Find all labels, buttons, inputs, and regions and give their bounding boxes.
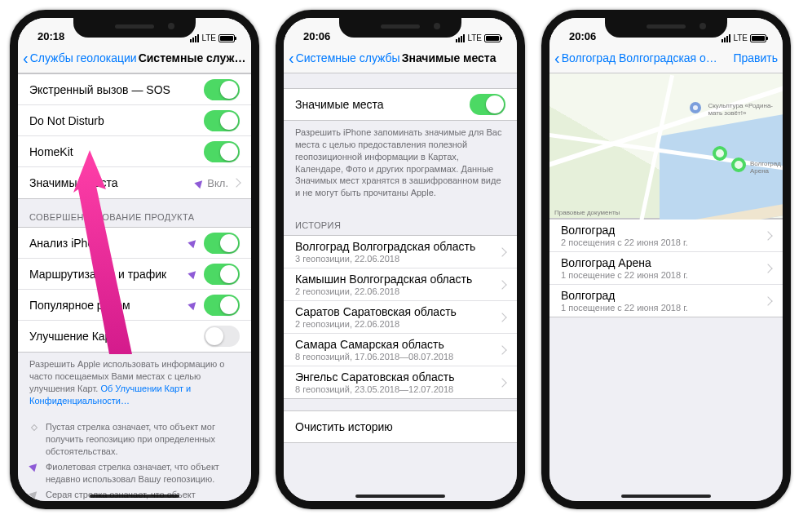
row-routing-traffic[interactable]: Маршрутизация и трафик	[18, 259, 251, 290]
chevron-right-icon	[232, 178, 241, 187]
chevron-right-icon	[497, 345, 506, 354]
place-row[interactable]: Волгоград 2 посещения с 22 июня 2018 г.	[549, 220, 783, 252]
toggle[interactable]	[204, 326, 240, 347]
row-value: Вкл.	[196, 177, 228, 189]
map[interactable]: Скульптура «Родина-мать зовёт!» Волгогра…	[549, 73, 783, 219]
location-arrow-icon	[188, 299, 198, 310]
home-indicator[interactable]	[621, 495, 711, 498]
back-label: Волгоград Волгоградская о…	[562, 51, 717, 64]
home-indicator[interactable]	[90, 495, 179, 498]
history-row[interactable]: Самара Самарская область 8 геопозиций, 1…	[284, 334, 517, 366]
map-poi-label: Скульптура «Родина-мать зовёт!»	[708, 102, 783, 117]
clear-history-button[interactable]: Очистить историю	[284, 411, 517, 442]
toggle[interactable]	[204, 110, 240, 131]
chevron-left-icon: ‹	[554, 50, 560, 66]
map-pin[interactable]	[690, 102, 701, 113]
toggle[interactable]	[470, 94, 505, 115]
place-row[interactable]: Волгоград 1 посещение с 22 июня 2018 г.	[549, 285, 783, 317]
signal-icon	[190, 34, 199, 42]
history-row[interactable]: Волгоград Волгоградская область 3 геопоз…	[284, 236, 517, 268]
toggle[interactable]	[204, 233, 240, 254]
history-row[interactable]: Камышин Волгоградская область 2 геопозиц…	[284, 268, 517, 301]
back-button[interactable]: ‹ Службы геолокации	[23, 50, 137, 66]
toggle[interactable]	[204, 264, 240, 285]
footer-text: Разрешить Apple использовать информацию …	[18, 353, 251, 415]
place-name: Камышин Волгоградская область	[295, 273, 472, 286]
place-sub: 1 посещение с 22 июня 2018 г.	[561, 270, 688, 280]
footer-text: Разрешить iPhone запоминать значимые для…	[284, 121, 517, 207]
home-indicator[interactable]	[355, 495, 445, 498]
row-significant-locations-toggle[interactable]: Значимые места	[284, 89, 517, 120]
location-arrow-icon	[29, 461, 39, 472]
battery-icon	[484, 34, 501, 42]
network-label: LTE	[467, 33, 482, 42]
history-header: ИСТОРИЯ	[284, 207, 517, 235]
place-sub: 2 посещения с 22 июня 2018 г.	[561, 237, 688, 247]
row-label: Улучшение Карт	[29, 330, 204, 343]
place-name: Самара Самарская область	[295, 338, 444, 351]
row-homekit[interactable]: HomeKit	[18, 136, 251, 167]
arrow-legend: Пустая стрелка означает, что объект мог …	[18, 415, 251, 501]
row-label: Популярное рядом	[29, 299, 189, 312]
map-pin[interactable]	[731, 157, 746, 172]
location-arrow-icon	[188, 237, 198, 248]
map-attribution[interactable]: Правовые документы	[554, 209, 620, 216]
back-button[interactable]: ‹ Системные службы	[289, 50, 400, 66]
chevron-right-icon	[497, 378, 506, 387]
place-name: Волгоград	[561, 289, 615, 302]
signal-icon	[456, 34, 465, 42]
chevron-left-icon: ‹	[23, 50, 29, 66]
history-row[interactable]: Энгельс Саратовская область 8 геопозиций…	[284, 366, 517, 398]
back-label: Службы геолокации	[30, 51, 137, 64]
place-sub: 8 геопозиций, 17.06.2018—08.07.2018	[295, 352, 453, 362]
map-poi-label: Волгоград Арена	[750, 160, 783, 175]
row-iphone-analytics[interactable]: Анализ iPhone	[18, 228, 251, 259]
row-label: Значимые места	[295, 98, 470, 111]
row-dnd[interactable]: Do Not Disturb	[18, 105, 251, 136]
battery-icon	[750, 34, 766, 42]
row-label: HomeKit	[29, 145, 204, 158]
phone-1: 20:18 LTE ‹ Службы геолокации Системные …	[10, 10, 259, 509]
place-sub: 2 геопозиции, 22.06.2018	[295, 286, 399, 296]
edit-button[interactable]: Править	[730, 51, 778, 64]
chevron-right-icon	[497, 247, 506, 256]
row-label: Маршрутизация и трафик	[29, 268, 189, 281]
history-row[interactable]: Саратов Саратовская область 2 геопозиции…	[284, 301, 517, 334]
toggle[interactable]	[204, 295, 240, 316]
row-improve-maps[interactable]: Улучшение Карт	[18, 321, 251, 352]
nav-bar: ‹ Службы геолокации Системные службы	[18, 42, 251, 73]
place-name: Саратов Саратовская область	[295, 305, 457, 318]
chevron-right-icon	[497, 280, 506, 289]
place-sub: 2 геопозиции, 22.06.2018	[295, 319, 399, 329]
network-label: LTE	[201, 33, 216, 42]
back-button[interactable]: ‹ Волгоград Волгоградская о…	[554, 50, 717, 66]
chevron-right-icon	[763, 231, 772, 240]
signal-icon	[722, 34, 730, 42]
toggle[interactable]	[204, 79, 240, 100]
page-title: Значимые места	[400, 51, 512, 64]
page-title: Системные службы	[137, 51, 246, 64]
notch	[605, 18, 727, 38]
status-right: LTE	[456, 33, 501, 42]
place-sub: 8 геопозиций, 23.05.2018—12.07.2018	[295, 384, 453, 394]
row-popular-nearby[interactable]: Популярное рядом	[18, 290, 251, 321]
row-label: Анализ iPhone	[29, 237, 189, 250]
row-label: Do Not Disturb	[29, 114, 204, 127]
row-sos[interactable]: Экстренный вызов — SOS	[18, 74, 251, 105]
chevron-right-icon	[497, 313, 506, 322]
status-right: LTE	[190, 33, 235, 42]
place-sub: 3 геопозиции, 22.06.2018	[295, 254, 399, 264]
place-name: Волгоград Волгоградская область	[295, 240, 475, 253]
row-significant-locations[interactable]: Значимые места Вкл.	[18, 167, 251, 198]
place-row[interactable]: Волгоград Арена 1 посещение с 22 июня 20…	[549, 252, 783, 285]
phone-3: 20:06 LTE ‹ Волгоград Волгоградская о… П…	[541, 10, 791, 509]
outline-arrow-icon	[31, 424, 38, 431]
map-pin[interactable]	[713, 146, 727, 161]
place-name: Волгоград Арена	[561, 256, 651, 269]
place-name: Волгоград	[561, 224, 615, 237]
row-label: Экстренный вызов — SOS	[29, 83, 204, 96]
back-label: Системные службы	[296, 51, 400, 64]
notch	[73, 18, 196, 38]
row-label: Значимые места	[29, 176, 196, 189]
toggle[interactable]	[204, 141, 240, 162]
